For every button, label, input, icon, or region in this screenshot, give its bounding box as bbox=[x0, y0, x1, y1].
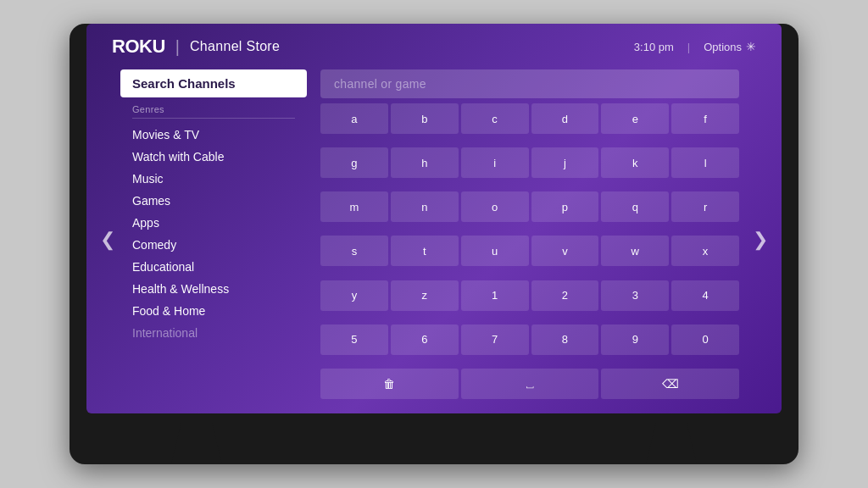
key-k[interactable]: k bbox=[601, 147, 669, 178]
delete-icon: 🗑 bbox=[383, 377, 395, 391]
key-o[interactable]: o bbox=[461, 191, 529, 222]
key-7[interactable]: 7 bbox=[461, 324, 529, 355]
tv-stand bbox=[70, 413, 798, 464]
tv-outer: ROKU | Channel Store 3:10 pm | Options ✳… bbox=[70, 24, 798, 464]
key-r[interactable]: r bbox=[671, 191, 739, 222]
genres-divider bbox=[132, 118, 295, 119]
key-l[interactable]: l bbox=[671, 147, 739, 178]
options-star-icon: ✳ bbox=[746, 40, 756, 53]
key-q[interactable]: q bbox=[601, 191, 669, 222]
key-h[interactable]: h bbox=[391, 147, 459, 178]
sidebar-item-comedy[interactable]: Comedy bbox=[120, 234, 307, 256]
search-channels-item[interactable]: Search Channels bbox=[120, 69, 307, 97]
key-u[interactable]: u bbox=[461, 236, 529, 266]
main-content: ❮ Search Channels Genres Movies & TV Wat… bbox=[86, 66, 782, 413]
key-x[interactable]: x bbox=[671, 236, 739, 266]
sidebar-item-apps[interactable]: Apps bbox=[120, 212, 307, 234]
sidebar: Search Channels Genres Movies & TV Watch… bbox=[120, 66, 307, 413]
key-backspace[interactable]: ⌫ bbox=[601, 369, 739, 399]
keyboard-area: channel or game a b c d e f g h i j k l bbox=[307, 66, 748, 413]
header-left: ROKU | Channel Store bbox=[112, 36, 280, 58]
sidebar-item-health[interactable]: Health & Wellness bbox=[120, 278, 307, 300]
backspace-icon: ⌫ bbox=[662, 377, 679, 391]
key-m[interactable]: m bbox=[320, 191, 388, 222]
key-d[interactable]: d bbox=[531, 103, 599, 134]
sidebar-item-educational[interactable]: Educational bbox=[120, 256, 307, 278]
key-w[interactable]: w bbox=[601, 236, 669, 266]
stand-leg-left bbox=[171, 422, 222, 464]
key-n[interactable]: n bbox=[391, 191, 459, 222]
search-input[interactable]: channel or game bbox=[320, 69, 739, 98]
key-space[interactable]: ⎵ bbox=[461, 369, 599, 399]
keyboard-grid: a b c d e f g h i j k l m n o bbox=[320, 103, 739, 410]
sidebar-item-music[interactable]: Music bbox=[120, 168, 307, 190]
key-9[interactable]: 9 bbox=[601, 324, 669, 355]
left-nav-arrow[interactable]: ❮ bbox=[95, 66, 120, 413]
key-0[interactable]: 0 bbox=[671, 324, 739, 355]
options-label: Options bbox=[704, 41, 742, 53]
key-1[interactable]: 1 bbox=[461, 280, 529, 311]
key-c[interactable]: c bbox=[461, 103, 529, 134]
stand-leg-right bbox=[646, 422, 697, 464]
header: ROKU | Channel Store 3:10 pm | Options ✳ bbox=[86, 24, 782, 66]
tv-screen: ROKU | Channel Store 3:10 pm | Options ✳… bbox=[86, 24, 782, 413]
header-right: 3:10 pm | Options ✳ bbox=[634, 40, 756, 53]
key-4[interactable]: 4 bbox=[671, 280, 739, 311]
key-t[interactable]: t bbox=[391, 236, 459, 266]
key-6[interactable]: 6 bbox=[391, 324, 459, 355]
key-v[interactable]: v bbox=[531, 236, 599, 266]
key-j[interactable]: j bbox=[531, 147, 599, 178]
key-a[interactable]: a bbox=[320, 103, 388, 134]
header-divider-icon: | bbox=[175, 37, 180, 57]
genres-label: Genres bbox=[120, 103, 307, 118]
space-icon: ⎵ bbox=[526, 377, 533, 391]
sidebar-item-food[interactable]: Food & Home bbox=[120, 300, 307, 322]
key-i[interactable]: i bbox=[461, 147, 529, 178]
key-y[interactable]: y bbox=[320, 280, 388, 311]
sidebar-item-games[interactable]: Games bbox=[120, 190, 307, 212]
key-8[interactable]: 8 bbox=[531, 324, 599, 355]
key-g[interactable]: g bbox=[320, 147, 388, 178]
options-button[interactable]: Options ✳ bbox=[704, 40, 756, 53]
key-z[interactable]: z bbox=[391, 280, 459, 311]
key-b[interactable]: b bbox=[391, 103, 459, 134]
key-5[interactable]: 5 bbox=[320, 324, 388, 355]
roku-logo: ROKU bbox=[112, 36, 165, 58]
sidebar-item-watch-cable[interactable]: Watch with Cable bbox=[120, 146, 307, 168]
channel-store-title: Channel Store bbox=[190, 39, 280, 54]
sidebar-item-international[interactable]: International bbox=[120, 322, 307, 344]
key-delete[interactable]: 🗑 bbox=[320, 369, 459, 399]
key-2[interactable]: 2 bbox=[531, 280, 599, 311]
key-p[interactable]: p bbox=[531, 191, 599, 222]
key-3[interactable]: 3 bbox=[601, 280, 669, 311]
time-display: 3:10 pm bbox=[634, 41, 674, 53]
sidebar-item-movies-tv[interactable]: Movies & TV bbox=[120, 124, 307, 146]
header-right-divider: | bbox=[687, 41, 690, 53]
key-e[interactable]: e bbox=[601, 103, 669, 134]
key-f[interactable]: f bbox=[671, 103, 739, 134]
right-nav-arrow[interactable]: ❯ bbox=[748, 66, 773, 413]
key-s[interactable]: s bbox=[320, 236, 388, 266]
